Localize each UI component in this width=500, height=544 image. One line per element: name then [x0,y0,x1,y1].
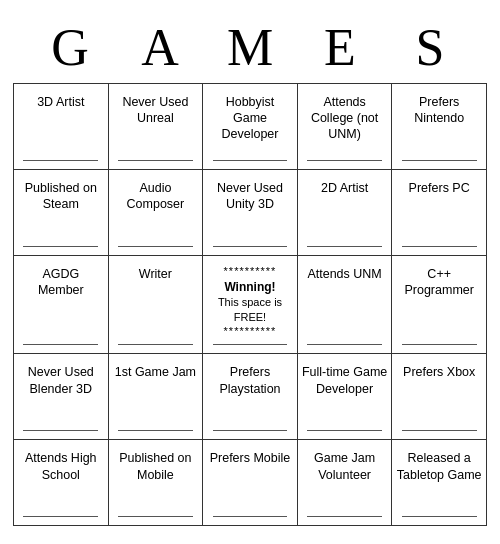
cell-free: ********** Winning! This space is FREE! … [203,256,298,355]
cell-14: C++ Programmer [392,256,487,355]
cell-line [402,430,477,431]
cell-1: Never Used Unreal [109,84,204,170]
cell-line [213,344,288,345]
free-middle: This space is FREE! [207,295,293,325]
cell-22: Prefers Mobile [203,440,298,526]
cell-11: Writer [109,256,204,355]
cell-0: 3D Artist [14,84,109,170]
cell-line [213,430,288,431]
cell-line [402,246,477,247]
cell-line [307,160,382,161]
cell-line [23,430,98,431]
cell-5: Published on Steam [14,170,109,256]
cell-18: Full-time Game Developer [298,354,393,440]
cell-9: Prefers PC [392,170,487,256]
title-a: A [115,18,205,77]
cell-line [23,344,98,345]
cell-19: Prefers Xbox [392,354,487,440]
title-e: E [295,18,385,77]
cell-line [23,160,98,161]
cell-8: 2D Artist [298,170,393,256]
cell-line [402,344,477,345]
free-space: ********** Winning! This space is FREE! … [207,262,293,340]
cell-line [213,516,288,517]
cell-line [307,344,382,345]
cell-20: Attends High School [14,440,109,526]
cell-line [307,516,382,517]
cell-line [23,246,98,247]
title-m: M [205,18,295,77]
bingo-title: G A M E S [13,18,487,77]
free-winning: Winning! [207,279,293,295]
cell-line [307,430,382,431]
cell-line [402,160,477,161]
free-stars-top: ********** [207,264,293,279]
cell-line [118,516,193,517]
cell-line [402,516,477,517]
cell-2: Hobbyist Game Developer [203,84,298,170]
cell-4: Prefers Nintendo [392,84,487,170]
cell-line [118,160,193,161]
title-s: S [385,18,475,77]
cell-10: AGDG Member [14,256,109,355]
cell-6: Audio Composer [109,170,204,256]
cell-line [118,344,193,345]
cell-21: Published on Mobile [109,440,204,526]
cell-line [213,160,288,161]
cell-17: Prefers Playstation [203,354,298,440]
bingo-card: G A M E S 3D Artist Never Used Unreal Ho… [5,10,495,535]
cell-line [213,246,288,247]
cell-7: Never Used Unity 3D [203,170,298,256]
bingo-grid: 3D Artist Never Used Unreal Hobbyist Gam… [13,83,487,527]
title-g: G [25,18,115,77]
cell-23: Game Jam Volunteer [298,440,393,526]
free-stars-bottom: ********** [207,324,293,339]
cell-line [118,430,193,431]
cell-15: Never Used Blender 3D [14,354,109,440]
cell-line [23,516,98,517]
cell-3: Attends College (not UNM) [298,84,393,170]
cell-13: Attends UNM [298,256,393,355]
cell-16: 1st Game Jam [109,354,204,440]
cell-24: Released a Tabletop Game [392,440,487,526]
cell-line [118,246,193,247]
cell-line [307,246,382,247]
